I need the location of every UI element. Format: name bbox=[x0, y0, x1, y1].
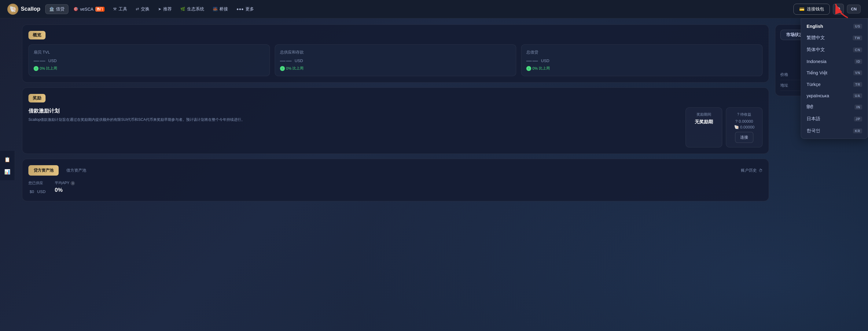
lang-turkish-label: Türkçe bbox=[807, 82, 820, 87]
avg-apy-value: 0% bbox=[55, 187, 75, 193]
reward-period-value: 无奖励期 bbox=[692, 119, 716, 125]
overview-tag: 概览 bbox=[28, 31, 45, 39]
lang-option-vietnamese[interactable]: Tiếng Việt VN bbox=[801, 67, 868, 79]
nav-tools-label: 工具 bbox=[119, 6, 127, 12]
lang-korean-flag: KR bbox=[853, 129, 862, 133]
lang-japanese-flag: JP bbox=[854, 116, 862, 121]
stat-tvl-change: ↑ 0% 比上周 bbox=[34, 66, 265, 71]
supply-value: $0 USD bbox=[28, 187, 45, 195]
nav-item-referral[interactable]: ➤ 推荐 bbox=[154, 5, 176, 14]
supply-stat-amount: 您已供应 $0 USD bbox=[28, 181, 45, 195]
side-nav-chart-icon[interactable]: 📊 bbox=[2, 167, 12, 176]
rewards-title: 借款激励计划 bbox=[28, 107, 681, 114]
tab-borrower[interactable]: 借方资产池 bbox=[61, 165, 91, 175]
reward-pending-value2-row: 🐚 0.00000 bbox=[732, 125, 756, 130]
reward-pending-value2: 0.00000 bbox=[740, 125, 754, 130]
account-history-link[interactable]: 账户历史 ⏱ bbox=[741, 168, 763, 173]
nav-item-bridge[interactable]: 🌉 桥接 bbox=[209, 5, 232, 14]
nav-tools-icon: ⚒ bbox=[113, 7, 117, 11]
stat-supply-change-label: 比上周 bbox=[292, 66, 304, 71]
reward-pending-label: ? 待收益 bbox=[732, 112, 756, 117]
stat-tvl-value-row: —— USD bbox=[34, 57, 265, 64]
lang-option-hindi[interactable]: हिंदी IN bbox=[801, 101, 868, 113]
rewards-connect-button[interactable]: 连接 bbox=[735, 132, 753, 143]
stat-supply-change-value: 0% bbox=[286, 66, 291, 71]
stat-tvl-dash: —— bbox=[34, 57, 46, 64]
lang-zh-tw-flag: TW bbox=[853, 35, 862, 40]
logo-icon: 🐚 bbox=[7, 4, 18, 15]
nav-lending-icon: 🏦 bbox=[49, 7, 54, 11]
nav-vesca-label: veSCA bbox=[80, 7, 94, 11]
logo-text: Scallop bbox=[21, 6, 40, 12]
lang-indonesia-label: Indonesia bbox=[807, 59, 827, 64]
stat-borrow-value-row: —— USD bbox=[526, 57, 757, 64]
lang-option-korean[interactable]: 한국인 KR bbox=[801, 125, 868, 137]
language-dropdown: English US 繁體中文 TW 简体中文 CN Indonesia ID … bbox=[801, 18, 868, 139]
reward-period-stat: 奖励期间 无奖励期 bbox=[685, 107, 722, 147]
nav-bridge-icon: 🌉 bbox=[213, 7, 218, 11]
stat-borrow-up-icon: ↑ bbox=[526, 66, 531, 71]
tabs-row: 贷方资产池 借方资产池 账户历史 ⏱ bbox=[28, 165, 763, 175]
stat-borrow-dash: —— bbox=[526, 57, 538, 64]
stats-row: 扇贝 TVL —— USD ↑ 0% 比上周 总供应和存款 —— bbox=[28, 44, 763, 76]
stat-borrow-change-value: 0% bbox=[532, 66, 537, 71]
nav-item-tools[interactable]: ⚒ 工具 bbox=[110, 5, 131, 14]
reward-pending-stat: ? 待收益 ? 0.00000 🐚 0.00000 连接 bbox=[726, 107, 763, 147]
tab-lender[interactable]: 贷方资产池 bbox=[28, 165, 59, 175]
reward-pending-value1-row: ? 0.00000 bbox=[732, 119, 756, 123]
reward-pending-icon: 🐚 bbox=[734, 125, 739, 130]
nav-more-label: 更多 bbox=[245, 6, 254, 12]
avg-apy-label: 平均APY ℹ bbox=[55, 181, 75, 186]
stat-borrow-currency: USD bbox=[541, 58, 549, 63]
logo-area[interactable]: 🐚 Scallop bbox=[7, 4, 40, 15]
lang-option-zh-tw[interactable]: 繁體中文 TW bbox=[801, 32, 868, 44]
reward-period-label: 奖励期间 bbox=[692, 112, 716, 117]
supply-currency: USD bbox=[37, 189, 45, 194]
nav-items: 🏦 借贷 🎯 veSCA 热门 ⚒ 工具 ⇄ 交换 ➤ 推荐 🌿 生态系统 bbox=[45, 4, 794, 14]
wallet-icon: 💳 bbox=[799, 7, 804, 11]
nav-item-vesca[interactable]: 🎯 veSCA 热门 bbox=[70, 5, 108, 13]
lang-vietnamese-label: Tiếng Việt bbox=[807, 70, 827, 76]
lang-hindi-label: हिंदी bbox=[807, 104, 813, 110]
lang-option-japanese[interactable]: 日本語 JP bbox=[801, 113, 868, 125]
nav-vesca-icon: 🎯 bbox=[73, 7, 78, 11]
supply-stat-apy: 平均APY ℹ 0% bbox=[55, 181, 75, 195]
stat-supply-currency: USD bbox=[294, 58, 303, 63]
overview-section: 概览 扇贝 TVL —— USD ↑ 0% 比上周 bbox=[22, 25, 769, 83]
apy-info-icon: ℹ bbox=[71, 181, 75, 185]
side-navigation: 📋 📊 bbox=[0, 151, 15, 180]
stat-total-supply: 总供应和存款 —— USD ↑ 0% 比上周 bbox=[275, 44, 516, 76]
lang-option-ukrainian[interactable]: українська UA bbox=[801, 90, 868, 101]
lang-korean-label: 한국인 bbox=[807, 128, 820, 134]
navbar: 🐚 Scallop 🏦 借贷 🎯 veSCA 热门 ⚒ 工具 ⇄ 交换 ➤ 推荐 bbox=[0, 0, 868, 18]
side-nav-clipboard-icon[interactable]: 📋 bbox=[2, 155, 12, 164]
overview-header: 概览 bbox=[28, 31, 763, 39]
nav-item-more[interactable]: ●●● 更多 bbox=[233, 5, 258, 14]
lang-turkish-flag: TR bbox=[853, 82, 862, 87]
supply-dollar-value: $0 bbox=[30, 189, 34, 194]
nav-item-swap[interactable]: ⇄ 交换 bbox=[132, 5, 153, 14]
stat-supply-value-row: —— USD bbox=[280, 57, 511, 64]
stat-supply-change: ↑ 0% 比上周 bbox=[280, 66, 511, 71]
nav-item-lending[interactable]: 🏦 借贷 bbox=[45, 4, 68, 14]
lang-option-turkish[interactable]: Türkçe TR bbox=[801, 79, 868, 90]
tab-buttons: 贷方资产池 借方资产池 bbox=[28, 165, 91, 175]
supply-stats: 您已供应 $0 USD 平均APY ℹ 0% bbox=[28, 181, 763, 195]
stat-supply-dash: —— bbox=[280, 57, 292, 64]
lang-option-zh-cn[interactable]: 简体中文 CN bbox=[801, 44, 868, 56]
rewards-stats: 奖励期间 无奖励期 ? 待收益 ? 0.00000 🐚 bbox=[685, 107, 763, 147]
stat-tvl: 扇贝 TVL —— USD ↑ 0% 比上周 bbox=[28, 44, 270, 76]
rewards-content: 借款激励计划 Scallop借款激励计划旨在通过在奖励期内提供额外的有限SUI代… bbox=[28, 107, 763, 147]
lang-option-english[interactable]: English US bbox=[801, 21, 868, 32]
connect-wallet-button[interactable]: 💳 连接钱包 bbox=[794, 4, 830, 15]
nav-swap-label: 交换 bbox=[141, 6, 150, 12]
nav-item-ecosystem[interactable]: 🌿 生态系统 bbox=[177, 5, 208, 14]
history-icon: ⏱ bbox=[758, 168, 763, 173]
lang-english-flag: US bbox=[853, 24, 862, 29]
lang-japanese-label: 日本語 bbox=[807, 116, 820, 122]
market-price-label: 价格 bbox=[780, 72, 788, 77]
supply-label: 您已供应 bbox=[28, 181, 45, 186]
lang-option-indonesia[interactable]: Indonesia ID bbox=[801, 56, 868, 67]
avg-apy-label-text: 平均APY bbox=[55, 181, 69, 186]
stat-borrow-change: ↑ 0% 比上周 bbox=[526, 66, 757, 71]
